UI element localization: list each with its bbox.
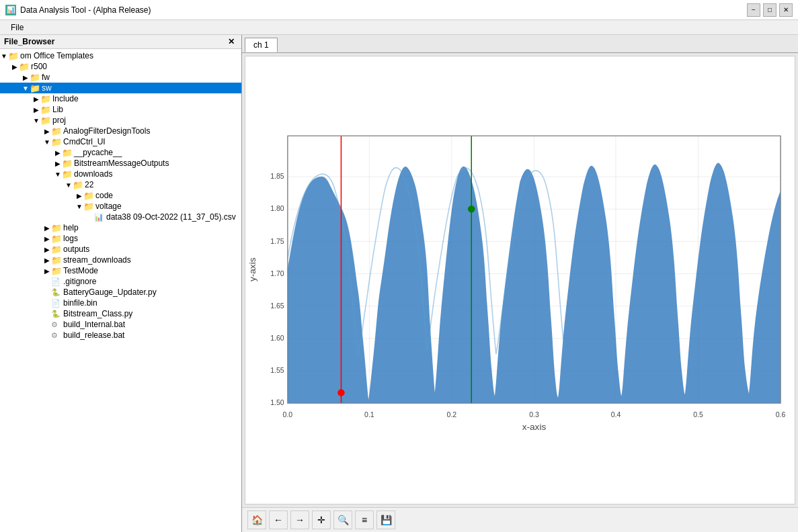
svg-text:0.2: 0.2 <box>447 411 457 418</box>
file-menu[interactable]: File <box>5 21 29 34</box>
chart-area: y-axis x-axis 1.50 1.55 1.60 1.65 1.70 1… <box>245 56 795 504</box>
tree-item-logs[interactable]: ▶📁logs <box>0 233 241 244</box>
svg-text:0.3: 0.3 <box>529 411 539 418</box>
chart-toolbar: 🏠 ← → ✛ 🔍 ≡ 💾 <box>242 507 798 532</box>
cursor2-dot[interactable] <box>468 206 475 212</box>
tree-item-pycache[interactable]: ▶📁__pycache__ <box>0 147 241 158</box>
tree-item-om-office[interactable]: ▼📁om Office Templates <box>0 50 241 61</box>
svg-text:1.60: 1.60 <box>270 335 284 342</box>
svg-text:1.80: 1.80 <box>270 205 284 212</box>
file-browser-title: File_Browser <box>4 37 54 46</box>
svg-text:0.6: 0.6 <box>776 411 786 418</box>
pan-button[interactable]: ✛ <box>312 511 331 529</box>
svg-text:1.55: 1.55 <box>270 367 284 374</box>
x-axis-label: x-axis <box>522 422 547 432</box>
file-browser-panel: File_Browser ✕ ▼📁om Office Templates▶📁r5… <box>0 35 242 532</box>
maximize-button[interactable]: □ <box>763 3 776 17</box>
tree-item-bitstream[interactable]: ▶📁BitstreamMessageOutputs <box>0 158 241 169</box>
tree-item-stream_downloads[interactable]: ▶📁stream_downloads <box>0 255 241 265</box>
tree-item-cmdctrl[interactable]: ▼📁CmdCtrl_UI <box>0 136 241 147</box>
svg-text:1.75: 1.75 <box>270 238 284 245</box>
home-button[interactable]: 🏠 <box>247 511 266 529</box>
file-browser-header: File_Browser ✕ <box>0 35 241 49</box>
svg-text:1.70: 1.70 <box>270 270 284 277</box>
tree-item-binfile[interactable]: 📄binfile.bin <box>0 298 241 308</box>
tree-item-battery[interactable]: 🐍BatteryGauge_Updater.py <box>0 287 241 298</box>
chart-tab-ch1[interactable]: ch 1 <box>245 38 278 52</box>
tree-item-proj[interactable]: ▼📁proj <box>0 115 241 126</box>
tree-item-lib[interactable]: ▶📁Lib <box>0 104 241 115</box>
tree-item-gitignore[interactable]: 📄.gitignore <box>0 276 241 287</box>
file-browser-close[interactable]: ✕ <box>225 37 237 46</box>
title-bar: 📊 Data Analysis Tool - (Alpha Release) −… <box>0 0 798 20</box>
right-panel: ch 1 y-axis x-axis 1.50 1.55 1.60 1.65 1… <box>242 35 798 532</box>
app-title: Data Analysis Tool - (Alpha Release) <box>20 5 747 15</box>
tree-item-downloads[interactable]: ▼📁downloads <box>0 169 241 179</box>
tree-item-r500[interactable]: ▶📁r500 <box>0 61 241 72</box>
forward-button[interactable]: → <box>290 511 309 529</box>
tree-item-help[interactable]: ▶📁help <box>0 222 241 233</box>
tree-item-voltage[interactable]: ▼📁voltage <box>0 201 241 212</box>
chart-svg: y-axis x-axis 1.50 1.55 1.60 1.65 1.70 1… <box>245 56 795 504</box>
tree-item-fw[interactable]: ▶📁fw <box>0 72 241 83</box>
back-button[interactable]: ← <box>269 511 288 529</box>
tree-item-data38[interactable]: 📊data38 09-Oct-2022 (11_37_05).csv <box>0 212 241 222</box>
tree-item-include[interactable]: ▶📁Include <box>0 93 241 104</box>
tree-item-buildinternalbat[interactable]: ⚙build_Internal.bat <box>0 319 241 330</box>
svg-text:0.5: 0.5 <box>693 411 703 418</box>
save-button[interactable]: 💾 <box>376 511 395 529</box>
tree-item-bitstreamclass[interactable]: 🐍Bitstream_Class.py <box>0 308 241 319</box>
svg-text:0.1: 0.1 <box>364 411 374 418</box>
file-browser-tree[interactable]: ▼📁om Office Templates▶📁r500▶📁fw▼📁sw▶📁Inc… <box>0 49 241 532</box>
svg-text:1.50: 1.50 <box>270 399 284 406</box>
svg-text:1.85: 1.85 <box>270 173 284 180</box>
y-axis-label: y-axis <box>247 257 257 281</box>
chart-tab-bar: ch 1 <box>242 35 798 53</box>
window-controls: − □ ✕ <box>747 3 793 17</box>
tree-item-testmode[interactable]: ▶📁TestMode <box>0 265 241 276</box>
svg-text:0.4: 0.4 <box>611 411 621 418</box>
minimize-button[interactable]: − <box>747 3 760 17</box>
tree-item-22[interactable]: ▼📁22 <box>0 179 241 190</box>
svg-text:1.65: 1.65 <box>270 302 284 310</box>
close-button[interactable]: ✕ <box>779 3 793 17</box>
menu-bar: File <box>0 20 798 35</box>
app-icon: 📊 <box>5 5 16 15</box>
svg-text:0.0: 0.0 <box>283 411 293 418</box>
main-layout: File_Browser ✕ ▼📁om Office Templates▶📁r5… <box>0 35 798 532</box>
tree-item-buildrelease[interactable]: ⚙build_release.bat <box>0 330 241 341</box>
zoom-button[interactable]: 🔍 <box>333 511 352 529</box>
settings-button[interactable]: ≡ <box>355 511 374 529</box>
tree-item-code[interactable]: ▶📁code <box>0 190 241 201</box>
tree-item-sw[interactable]: ▼📁sw <box>0 83 241 93</box>
tree-item-outputs[interactable]: ▶📁outputs <box>0 244 241 255</box>
tree-item-analog[interactable]: ▶📁AnalogFilterDesignTools <box>0 126 241 136</box>
cursor1-dot[interactable] <box>337 389 344 396</box>
